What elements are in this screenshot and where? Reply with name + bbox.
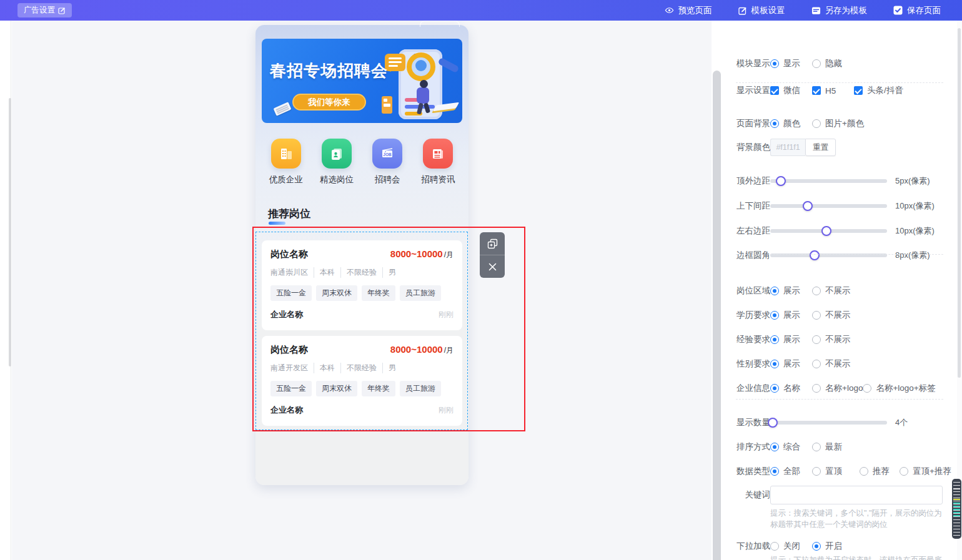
radio-type-pinned[interactable]: 置顶 bbox=[812, 466, 860, 477]
radio-type-recommended[interactable]: 推荐 bbox=[860, 466, 900, 477]
field-label: 岗位区域 bbox=[736, 285, 770, 297]
slider-track[interactable] bbox=[770, 179, 887, 183]
banner-cta-button[interactable]: 我们等你来 bbox=[292, 94, 366, 111]
nav-item-selected-jobs[interactable]: 精选岗位 bbox=[312, 139, 361, 194]
radio-company-name-logo-tag[interactable]: 名称+logo+标签 bbox=[863, 383, 935, 394]
company-name: 企业名称 bbox=[270, 309, 303, 320]
bg-color-input[interactable]: #f1f1f1 bbox=[770, 139, 805, 156]
left-scrollbar-thumb[interactable] bbox=[9, 98, 11, 366]
radio-company-name-logo[interactable]: 名称+logo bbox=[812, 383, 863, 394]
field-label: 显示数量 bbox=[736, 417, 770, 428]
radio-company-name[interactable]: 名称 bbox=[770, 383, 812, 394]
field-label: 显示设置 bbox=[736, 85, 770, 96]
slider-value: 8px(像素) bbox=[895, 250, 930, 261]
job-card[interactable]: 岗位名称 8000~10000/月 南通崇川区本科不限经验男 五险一金 周末双休… bbox=[262, 240, 462, 330]
field-label: 背景颜色 bbox=[736, 142, 770, 153]
job-tag: 年终奖 bbox=[362, 285, 395, 301]
row-sort-mode: 排序方式 综合 最新 bbox=[736, 440, 854, 454]
slider-track[interactable] bbox=[770, 421, 887, 425]
keyword-input[interactable] bbox=[770, 486, 943, 504]
reset-button[interactable]: 重置 bbox=[805, 139, 836, 156]
checkbox-h5[interactable]: H5 bbox=[812, 86, 854, 96]
job-card[interactable]: 岗位名称 8000~10000/月 南通开发区本科不限经验男 五险一金 周末双休… bbox=[262, 336, 462, 426]
slider-handle[interactable] bbox=[776, 176, 786, 186]
section-title: 推荐岗位 bbox=[268, 207, 310, 221]
field-label: 排序方式 bbox=[736, 441, 770, 453]
radio-bg-image-color[interactable]: 图片+颜色 bbox=[812, 118, 864, 129]
row-slider-radius: 边框圆角 8px(像素) bbox=[736, 248, 930, 262]
job-salary: 8000~10000/月 bbox=[390, 248, 454, 260]
small-device-icon bbox=[382, 96, 392, 114]
job-tags: 五险一金 周末双休 年终奖 员工旅游 bbox=[270, 381, 454, 396]
radio-exp-show[interactable]: 展示 bbox=[770, 334, 812, 345]
radio-icon bbox=[812, 542, 821, 551]
slider-track[interactable] bbox=[770, 229, 887, 233]
nav-item-news[interactable]: 招聘资讯 bbox=[414, 139, 462, 194]
radio-sort-newest[interactable]: 最新 bbox=[812, 441, 854, 453]
radio-bg-color[interactable]: 颜色 bbox=[770, 118, 812, 129]
slider-track[interactable] bbox=[770, 204, 887, 208]
radio-module-hide[interactable]: 隐藏 bbox=[812, 58, 854, 69]
radio-pull-off[interactable]: 关闭 bbox=[770, 541, 812, 552]
row-slider-v-spacing: 上下间距 10px(像素) bbox=[736, 199, 935, 213]
svg-text:JOB: JOB bbox=[383, 152, 392, 157]
radio-exp-hide[interactable]: 不展示 bbox=[812, 334, 854, 345]
nav-icons-module: 优质企业 精选岗位 JOB 招聘会 招聘资讯 bbox=[255, 139, 469, 194]
radio-icon bbox=[812, 335, 821, 344]
radio-job-area-hide[interactable]: 不展示 bbox=[812, 285, 854, 297]
row-keyword: 关键词 bbox=[736, 486, 943, 504]
magnifier-icon bbox=[407, 52, 435, 81]
checkbox-toutiao[interactable]: 头条/抖音 bbox=[854, 85, 903, 96]
save-as-template-button[interactable]: 另存为模板 bbox=[811, 5, 868, 16]
page-editor: 广告设置 预览页面 模板设置 另存为模板 保存页面 bbox=[0, 0, 962, 560]
row-job-area: 岗位区域 展示 不展示 bbox=[736, 284, 854, 298]
nav-item-quality-companies[interactable]: 优质企业 bbox=[262, 139, 310, 194]
radio-icon bbox=[770, 360, 779, 368]
radio-icon bbox=[770, 443, 779, 451]
job-tag: 员工旅游 bbox=[400, 381, 441, 396]
field-label: 经验要求 bbox=[736, 334, 770, 345]
radio-gender-hide[interactable]: 不展示 bbox=[812, 358, 854, 370]
field-label: 学历要求 bbox=[736, 310, 770, 321]
edit-icon bbox=[58, 7, 66, 14]
row-display-settings: 显示设置 微信 H5 头条/抖音 bbox=[736, 84, 903, 97]
topbar: 广告设置 预览页面 模板设置 另存为模板 保存页面 bbox=[0, 0, 962, 21]
radio-job-area-show[interactable]: 展示 bbox=[770, 285, 812, 297]
page-scrollbar-thumb[interactable] bbox=[958, 28, 961, 378]
slider-handle[interactable] bbox=[768, 418, 778, 428]
radio-gender-show[interactable]: 展示 bbox=[770, 358, 812, 370]
nav-item-job-fair[interactable]: JOB 招聘会 bbox=[363, 139, 412, 194]
settings-panel: 模块显示 显示 隐藏 显示设置 微信 H5 头条/抖音 页面背景 颜色 图片+颜… bbox=[722, 21, 956, 560]
radio-pull-on[interactable]: 开启 bbox=[812, 541, 854, 552]
radio-icon bbox=[770, 542, 779, 551]
row-company-info: 企业信息 名称 名称+logo 名称+logo+标签 bbox=[736, 381, 936, 395]
radio-module-show[interactable]: 显示 bbox=[770, 58, 812, 69]
canvas-scrollbar-thumb[interactable] bbox=[713, 71, 721, 560]
radio-sort-general[interactable]: 综合 bbox=[770, 441, 812, 453]
radio-icon bbox=[863, 384, 871, 393]
preview-page-button[interactable]: 预览页面 bbox=[665, 5, 712, 16]
scroll-minimap[interactable] bbox=[952, 479, 961, 539]
radio-icon bbox=[770, 467, 779, 476]
banner-module[interactable]: 春招专场招聘会 我们等你来 bbox=[262, 39, 462, 123]
slider-handle[interactable] bbox=[821, 226, 831, 236]
slider-handle[interactable] bbox=[810, 250, 820, 260]
radio-type-pinned-recommended[interactable]: 置顶+推荐 bbox=[900, 466, 951, 477]
job-tag: 周末双休 bbox=[316, 381, 357, 396]
slider-handle[interactable] bbox=[803, 201, 813, 211]
radio-icon bbox=[812, 59, 821, 68]
row-education: 学历要求 展示 不展示 bbox=[736, 308, 854, 322]
save-page-button[interactable]: 保存页面 bbox=[893, 5, 941, 16]
nav-label: 招聘资讯 bbox=[421, 174, 455, 185]
delete-module-button[interactable] bbox=[480, 255, 505, 278]
radio-icon bbox=[812, 467, 821, 476]
ad-settings-button[interactable]: 广告设置 bbox=[17, 3, 72, 17]
radio-edu-show[interactable]: 展示 bbox=[770, 310, 812, 321]
resume-icon bbox=[322, 139, 352, 169]
radio-type-all[interactable]: 全部 bbox=[770, 466, 812, 477]
checkbox-wechat[interactable]: 微信 bbox=[770, 85, 812, 96]
radio-icon bbox=[812, 360, 821, 368]
radio-edu-hide[interactable]: 不展示 bbox=[812, 310, 854, 321]
copy-module-button[interactable] bbox=[480, 232, 505, 255]
template-settings-button[interactable]: 模板设置 bbox=[738, 5, 785, 16]
